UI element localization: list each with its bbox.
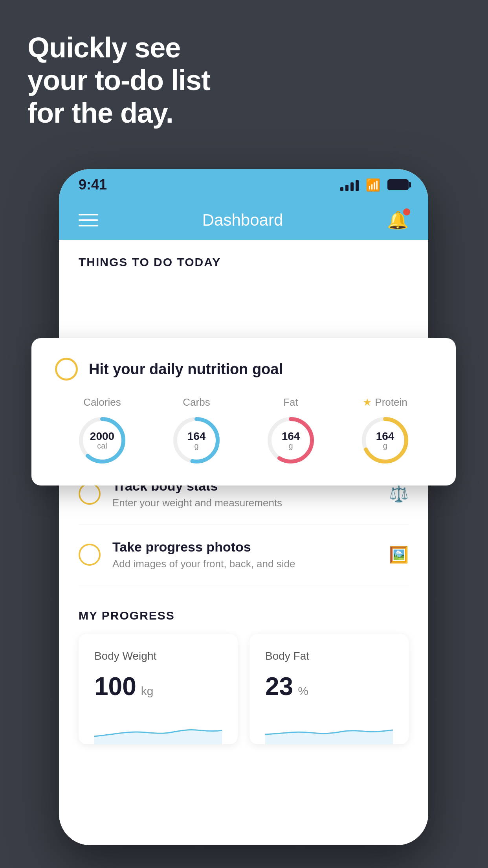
notification-button[interactable]: 🔔: [387, 210, 409, 230]
nutrition-card: Hit your daily nutrition goal Calories 2…: [31, 338, 456, 485]
wifi-icon: 📶: [366, 178, 380, 192]
body-weight-label: Body Weight: [94, 650, 222, 662]
phone-mockup: 9:41 📶 Dashboard 🔔 THINGS TO DO TODAY: [59, 169, 428, 845]
fat-value: 164: [282, 431, 300, 442]
scale-icon: ⚖️: [389, 485, 409, 503]
carbs-value-group: 164 g: [187, 431, 206, 450]
todo-title-photos: Take progress photos: [112, 539, 389, 555]
nutrition-row: Calories 2000 cal Carbs: [55, 396, 432, 466]
fat-value-group: 164 g: [282, 431, 300, 450]
body-weight-chart: [94, 713, 222, 744]
body-fat-unit: %: [298, 684, 308, 698]
protein-unit: g: [376, 442, 394, 450]
calories-label: Calories: [83, 396, 121, 408]
notification-badge: [403, 208, 410, 215]
section-header: THINGS TO DO TODAY: [59, 240, 428, 277]
status-bar: 9:41 📶: [59, 169, 428, 200]
status-icons: 📶: [340, 178, 409, 192]
card-title-row: Hit your daily nutrition goal: [55, 358, 432, 381]
todo-item-photos[interactable]: Take progress photos Add images of your …: [79, 524, 409, 585]
camera-icon: 🖼️: [389, 546, 409, 564]
battery-icon: [387, 179, 409, 190]
hero-text: Quickly see your to-do list for the day.: [28, 31, 210, 129]
progress-section: MY PROGRESS Body Weight 100 kg: [59, 585, 428, 744]
calories-ring: 2000 cal: [77, 415, 128, 466]
protein-label: Protein: [375, 396, 407, 408]
calories-value: 2000: [90, 431, 114, 442]
progress-card-weight[interactable]: Body Weight 100 kg: [79, 634, 238, 744]
nav-title: Dashboard: [202, 211, 283, 230]
protein-label-row: ★ Protein: [363, 396, 407, 408]
status-time: 9:41: [79, 177, 107, 193]
progress-card-fat[interactable]: Body Fat 23 %: [250, 634, 409, 744]
nutrition-carbs: Carbs 164 g: [171, 396, 222, 466]
body-fat-value: 23: [265, 672, 293, 701]
body-fat-value-row: 23 %: [265, 672, 393, 701]
body-weight-value-row: 100 kg: [94, 672, 222, 701]
todo-content-photos: Take progress photos Add images of your …: [112, 539, 389, 570]
menu-button[interactable]: [79, 214, 98, 226]
card-checkbox[interactable]: [55, 358, 78, 381]
nutrition-protein: ★ Protein 164 g: [360, 396, 411, 466]
body-weight-unit: kg: [141, 684, 154, 698]
fat-ring: 164 g: [265, 415, 316, 466]
fat-unit: g: [282, 442, 300, 450]
nutrition-fat: Fat 164 g: [265, 396, 316, 466]
protein-ring: 164 g: [360, 415, 411, 466]
carbs-unit: g: [187, 442, 206, 450]
nutrition-calories: Calories 2000 cal: [77, 396, 128, 466]
todo-circle-body-stats: [79, 483, 101, 505]
nav-bar: Dashboard 🔔: [59, 200, 428, 240]
carbs-ring: 164 g: [171, 415, 222, 466]
card-title: Hit your daily nutrition goal: [89, 361, 283, 378]
todo-subtitle-body-stats: Enter your weight and measurements: [112, 497, 389, 509]
todo-subtitle-photos: Add images of your front, back, and side: [112, 558, 389, 570]
progress-header: MY PROGRESS: [79, 609, 409, 622]
carbs-label: Carbs: [183, 396, 210, 408]
body-fat-label: Body Fat: [265, 650, 393, 662]
body-fat-chart: [265, 713, 393, 744]
star-icon: ★: [363, 396, 372, 408]
signal-icon: [340, 178, 359, 191]
protein-value-group: 164 g: [376, 431, 394, 450]
calories-value-group: 2000 cal: [90, 431, 114, 450]
main-content: THINGS TO DO TODAY Running Track your st…: [59, 240, 428, 845]
todo-circle-photos: [79, 544, 101, 566]
carbs-value: 164: [187, 431, 206, 442]
progress-cards: Body Weight 100 kg: [79, 634, 409, 744]
calories-unit: cal: [90, 442, 114, 450]
fat-label: Fat: [283, 396, 298, 408]
protein-value: 164: [376, 431, 394, 442]
body-weight-value: 100: [94, 672, 136, 701]
